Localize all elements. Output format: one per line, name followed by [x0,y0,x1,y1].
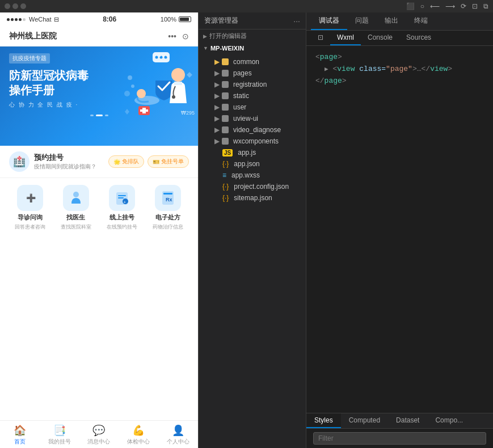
tab-computed[interactable]: Computed [341,413,388,428]
file-item-user[interactable]: ▶ user [199,102,306,113]
qa-title: 预约挂号 [34,153,96,163]
battery-pct-label: 100% [161,16,176,23]
folder-triangle-reg: ▶ [214,81,220,88]
folder-color-reg [222,81,229,88]
file-item-sitemapjson[interactable]: {·} sitemap.json [199,192,306,204]
tab-output[interactable]: 输出 [377,12,406,30]
menu-item-prescription[interactable]: Rx 电子处方 药物治疗信息 [148,185,189,231]
checkup-label: 体检中心 [127,438,150,446]
nav-checkup[interactable]: 💪 体检中心 [119,424,158,446]
phone-header: 神州线上医院 ••• ⊙ [0,26,198,47]
file-item-pages[interactable]: ▶ pages [199,67,306,79]
json-icon-project: {·} [222,183,229,191]
page-close-tag: > [338,53,342,61]
project-triangle: ▼ [203,45,208,51]
maximize-dot[interactable] [20,3,26,9]
menu-item-doctor[interactable]: 找医生 查找医院科室 [55,185,96,231]
signal-dot-3 [15,18,18,21]
file-panel-header: 资源管理器 ··· [199,12,306,29]
doctor-sub: 查找医院科室 [61,224,91,231]
toolbar-icon-1[interactable]: ⬛ [406,2,415,10]
toolbar-icon-7[interactable]: ⧉ [483,2,488,10]
open-editors-section[interactable]: ▶ 打开的编辑器 [199,29,306,43]
nav-dot-2[interactable] [96,115,103,116]
nav-dot-1[interactable] [90,115,94,116]
file-item-appjson[interactable]: {·} app.json [199,158,306,170]
svg-text:₩295: ₩295 [181,110,195,116]
subtab-sources[interactable]: Sources [399,31,438,45]
qa-info: 预约挂号 疫情期间到院就诊指南？ [34,153,96,171]
free-ticket-label: 免挂号单 [161,158,184,166]
bottom-panel-tabs: Styles Computed Dataset Compo... [306,413,493,429]
page-end-gt: > [342,77,347,85]
file-name-uview: uview-ui [233,115,258,122]
nav-message[interactable]: 💬 消息中心 [79,424,119,446]
folder-color-uview [222,115,229,122]
file-item-wxcomp[interactable]: ▶ wxcomponents [199,136,306,147]
folder-triangle-wxcomp: ▶ [214,137,220,145]
svg-text:+: + [124,200,127,205]
code-line-2[interactable]: ▶ <view class="page">…</view> [315,64,484,75]
camera-icon[interactable]: ⊙ [182,32,189,41]
toolbar-icon-6[interactable]: ⊡ [472,2,478,10]
folder-triangle-pages: ▶ [214,69,220,77]
toolbar-icon-2[interactable]: ○ [420,2,424,10]
svg-point-14 [124,91,130,96]
folder-triangle-uview: ▶ [214,115,220,122]
project-section[interactable]: ▼ MP-WEIXIN [199,43,306,54]
free-queue-button[interactable]: 🌟 免排队 [108,155,144,168]
menu-item-appointment[interactable]: + 线上挂号 在线预约挂号 [102,185,143,231]
window-controls[interactable] [5,3,26,9]
file-item-common[interactable]: ▶ common [199,56,306,67]
folder-triangle-static: ▶ [214,92,220,100]
toolbar-icon-3[interactable]: ⟵ [430,2,440,10]
file-item-static[interactable]: ▶ static [199,90,306,102]
file-panel-more[interactable]: ··· [293,16,300,26]
tab-dataset[interactable]: Dataset [388,413,427,428]
folder-triangle-user: ▶ [214,103,220,111]
toolbar-icon-4[interactable]: ⟶ [445,2,455,10]
toolbar-icons: ⬛ ○ ⟵ ⟶ ⟳ ⊡ ⧉ [406,2,488,10]
more-icon[interactable]: ••• [168,32,176,41]
file-name-wxcomp: wxcomponents [233,137,279,145]
toolbar-icon-5[interactable]: ⟳ [461,2,466,10]
tab-styles[interactable]: Styles [306,413,341,428]
file-item-video[interactable]: ▶ video_diagnose [199,124,306,136]
nav-appointment[interactable]: 📑 我的挂号 [40,424,79,446]
svg-rect-23 [118,197,124,198]
carrier-label: WeChat [29,16,52,23]
nav-dot-3[interactable] [105,115,108,116]
free-ticket-button[interactable]: 🎫 免挂号单 [148,155,189,168]
filter-input[interactable] [313,432,486,445]
file-item-projectjson[interactable]: {·} project.config.json [199,181,306,192]
file-item-appjs[interactable]: JS app.js [199,147,306,158]
signal-dot-1 [7,18,10,21]
svg-text:➕: ➕ [26,193,36,203]
tab-debugger[interactable]: 调试器 [311,12,347,30]
svg-rect-22 [118,195,126,196]
svg-point-4 [171,68,185,82]
file-item-registration[interactable]: ▶ registration [199,79,306,90]
free-queue-label: 免排队 [122,158,139,166]
tab-problems[interactable]: 问题 [347,12,377,30]
menu-item-guidance[interactable]: ➕ 导诊问询 回答患者咨询 [9,185,50,231]
tab-terminal[interactable]: 终端 [406,12,436,30]
subtab-console[interactable]: Console [361,31,399,45]
file-item-appwxss[interactable]: ≡ app.wxss [199,170,306,181]
expand-triangle[interactable]: ▶ [325,66,328,73]
subtab-wxml[interactable]: Wxml [330,31,361,45]
minimize-dot[interactable] [12,3,18,9]
nav-home[interactable]: 🏠 首页 [0,424,40,446]
close-dot[interactable] [5,3,10,9]
folder-color-pages [222,70,229,77]
view-gt: > [412,65,417,73]
tab-compo[interactable]: Compo... [427,413,471,428]
file-item-uview[interactable]: ▶ uview-ui [199,113,306,124]
signal-dot-4 [19,18,22,21]
svg-text:Rx: Rx [166,197,172,202]
nav-profile[interactable]: 👤 个人中心 [158,424,198,446]
subtab-icon[interactable]: ⊡ [311,31,330,45]
svg-point-20 [73,192,79,197]
checkup-icon: 💪 [132,424,145,437]
message-label: 消息中心 [87,438,110,446]
